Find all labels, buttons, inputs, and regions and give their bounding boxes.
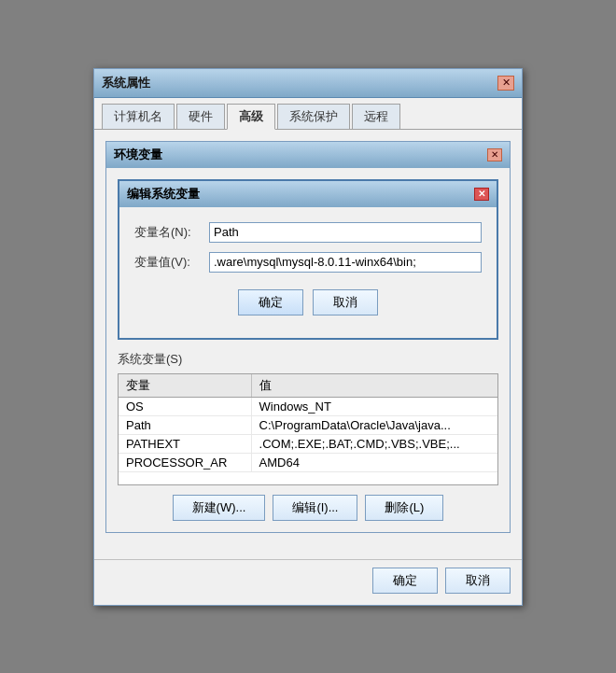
var-name-cell: PATHEXT	[119, 434, 251, 453]
var-name-cell: Path	[119, 415, 251, 434]
env-dialog: 环境变量 ✕ 编辑系统变量 ✕ 变量名(N):	[105, 141, 511, 533]
tab-system-protection[interactable]: 系统保护	[277, 104, 350, 129]
table-row[interactable]: Path C:\ProgramData\Oracle\Java\java...	[119, 415, 497, 434]
window-content: 环境变量 ✕ 编辑系统变量 ✕ 变量名(N):	[94, 130, 522, 555]
var-value-label: 变量值(V):	[134, 254, 209, 271]
var-value-cell: Windows_NT	[251, 397, 497, 415]
var-value-cell: AMD64	[251, 453, 497, 471]
new-var-button[interactable]: 新建(W)...	[173, 495, 266, 521]
var-value-input[interactable]	[209, 252, 482, 273]
sys-vars-table: 变量 值 OS Windows_NT Path C:\Program	[119, 374, 497, 472]
var-value-cell: .COM;.EXE;.BAT;.CMD;.VBS;.VBE;...	[251, 434, 497, 453]
edit-title: 编辑系统变量	[127, 186, 200, 203]
main-confirm-button[interactable]: 确定	[372, 568, 438, 594]
main-cancel-button[interactable]: 取消	[445, 568, 511, 594]
delete-var-button[interactable]: 删除(L)	[365, 495, 443, 521]
tab-hardware[interactable]: 硬件	[176, 104, 225, 129]
var-name-row: 变量名(N):	[134, 222, 482, 243]
tab-advanced[interactable]: 高级	[227, 104, 275, 130]
edit-var-button[interactable]: 编辑(I)...	[273, 495, 357, 521]
sys-vars-label: 系统变量(S)	[118, 351, 498, 368]
window-title: 系统属性	[102, 75, 150, 91]
var-name-input[interactable]	[209, 222, 482, 243]
tab-computer-name[interactable]: 计算机名	[102, 104, 175, 129]
tabs-bar: 计算机名 硬件 高级 系统保护 远程	[94, 98, 522, 130]
var-name-label: 变量名(N):	[134, 224, 209, 241]
col-header-name: 变量	[119, 374, 251, 398]
env-title-bar: 环境变量 ✕	[106, 142, 510, 168]
main-window: 系统属性 ✕ 计算机名 硬件 高级 系统保护 远程 环境变量 ✕ 编辑系统变量 …	[93, 68, 523, 606]
tab-remote[interactable]: 远程	[352, 104, 400, 129]
edit-body: 变量名(N): 变量值(V): 确定 取消	[119, 207, 497, 338]
edit-confirm-button[interactable]: 确定	[238, 289, 303, 315]
var-value-cell: C:\ProgramData\Oracle\Java\java...	[251, 415, 497, 434]
env-title: 环境变量	[114, 147, 162, 163]
edit-dialog-buttons: 确定 取消	[134, 282, 482, 327]
edit-close-button[interactable]: ✕	[474, 188, 489, 201]
edit-dialog: 编辑系统变量 ✕ 变量名(N): 变量值(V): 确定	[118, 179, 498, 340]
edit-title-bar: 编辑系统变量 ✕	[119, 181, 497, 207]
table-row[interactable]: OS Windows_NT	[119, 397, 497, 415]
var-value-row: 变量值(V):	[134, 252, 482, 273]
var-name-cell: OS	[119, 397, 251, 415]
sys-vars-table-container[interactable]: 变量 值 OS Windows_NT Path C:\Program	[118, 373, 498, 485]
env-close-button[interactable]: ✕	[487, 148, 502, 161]
sys-vars-buttons: 新建(W)... 编辑(I)... 删除(L)	[118, 495, 498, 521]
env-content: 编辑系统变量 ✕ 变量名(N): 变量值(V): 确定	[106, 168, 510, 532]
title-bar: 系统属性 ✕	[94, 69, 522, 98]
main-buttons: 确定 取消	[94, 559, 522, 605]
col-header-value: 值	[251, 374, 497, 398]
table-row[interactable]: PROCESSOR_AR AMD64	[119, 453, 497, 471]
var-name-cell: PROCESSOR_AR	[119, 453, 251, 471]
edit-cancel-button[interactable]: 取消	[313, 289, 378, 315]
table-row[interactable]: PATHEXT .COM;.EXE;.BAT;.CMD;.VBS;.VBE;..…	[119, 434, 497, 453]
main-close-button[interactable]: ✕	[497, 76, 514, 91]
